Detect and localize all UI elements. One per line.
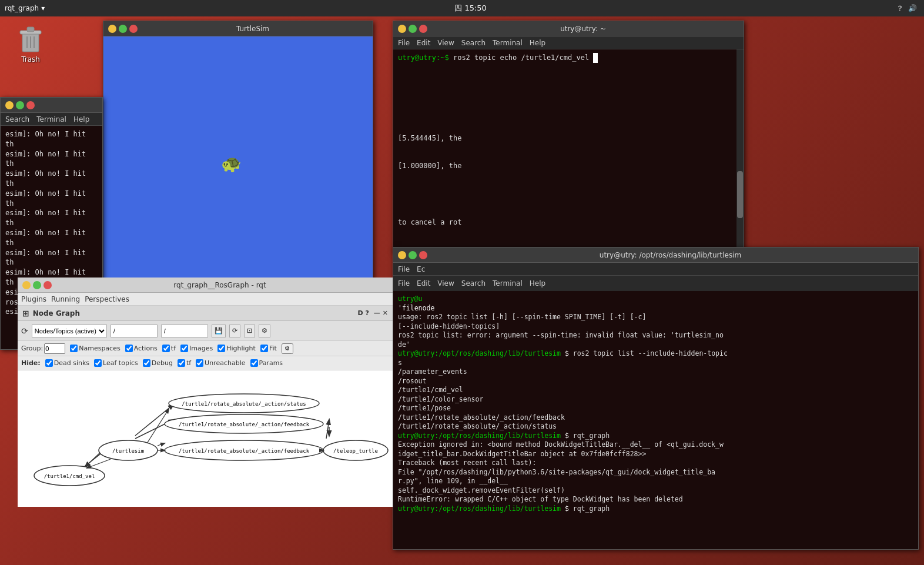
- t1-menu-file[interactable]: File: [398, 39, 410, 47]
- rqt-controls: [22, 281, 52, 289]
- terminal2-content[interactable]: utry@u 'filenode usage: ros2 topic list …: [393, 291, 918, 549]
- terminal1-minimize[interactable]: [398, 25, 406, 33]
- rqt-ns-filter[interactable]: [111, 325, 158, 337]
- rqt-close[interactable]: [43, 281, 52, 289]
- turtlesim-close[interactable]: [129, 25, 138, 33]
- t2-line4: de': [398, 340, 913, 350]
- menu-terminal[interactable]: Terminal: [36, 115, 66, 123]
- opt-images-cb[interactable]: [180, 345, 188, 352]
- hide-params-cb[interactable]: [250, 359, 258, 367]
- terminal1-menubar: File Edit View Search Terminal Help: [393, 36, 744, 49]
- trash-icon[interactable]: Trash: [12, 25, 49, 63]
- t2-topic3: /turtle1/color_sensor: [398, 395, 913, 404]
- rqt-plugin-icon: ⊞: [22, 309, 29, 318]
- t1-menu-view[interactable]: View: [437, 39, 454, 47]
- turtlesim-minimize[interactable]: [108, 25, 116, 33]
- rqt-help-btn[interactable]: D ?: [357, 309, 369, 317]
- rqt-save-btn[interactable]: 💾: [212, 325, 226, 337]
- terminal-left-close[interactable]: [26, 101, 35, 109]
- terminal-left-maximize[interactable]: [16, 101, 24, 109]
- list-item: esim]: Oh no! I hit th: [5, 248, 98, 268]
- rqt-menu-perspectives[interactable]: Perspectives: [85, 295, 129, 303]
- svg-text:/turtle1/rotate_absolute/_acti: /turtle1/rotate_absolute/_action/feedbac…: [179, 422, 310, 427]
- terminal1-titlebar[interactable]: utry@utry: ~: [393, 21, 744, 36]
- terminal-left-titlebar[interactable]: [1, 98, 102, 113]
- hide-dead-sinks-cb[interactable]: [45, 359, 53, 367]
- opt-namespaces-cb[interactable]: [70, 345, 78, 352]
- terminal1-scrollbar-thumb[interactable]: [737, 171, 743, 218]
- rqt-refresh-icon[interactable]: ⟳: [21, 326, 28, 336]
- rqt-menu-plugins[interactable]: Plugins: [21, 295, 46, 303]
- terminal2-controls: [398, 251, 427, 259]
- rqt-reload-btn[interactable]: ⟳: [229, 325, 240, 337]
- opt-actions-cb[interactable]: [125, 345, 133, 352]
- opt-group-input[interactable]: [44, 343, 65, 354]
- t2b-menu-terminal[interactable]: Terminal: [493, 279, 523, 287]
- terminal2-maximize[interactable]: [409, 251, 417, 259]
- terminal1-close[interactable]: [419, 25, 427, 33]
- opt-fit: Fit: [260, 345, 277, 352]
- t1-menu-help[interactable]: Help: [530, 39, 545, 47]
- rqt-maximize[interactable]: [33, 281, 41, 289]
- t2b-menu-view[interactable]: View: [437, 279, 454, 287]
- t1-menu-edit[interactable]: Edit: [417, 39, 430, 47]
- opt-highlight-cb[interactable]: [217, 345, 225, 352]
- opt-fit-cb[interactable]: [260, 345, 268, 352]
- t2-topic6: /turtle1/rotate_absolute/_action/status: [398, 422, 913, 432]
- svg-rect-2: [27, 27, 34, 32]
- terminal-left-minimize[interactable]: [5, 101, 14, 109]
- t2-err1: idget_title_bar.DockWidgetTitleBar objec…: [398, 450, 913, 459]
- terminal1-maximize[interactable]: [409, 25, 417, 33]
- opt-extra-btn[interactable]: ⚙: [282, 343, 293, 354]
- rqt-minimize[interactable]: [22, 281, 31, 289]
- terminal2-titlebar[interactable]: utry@utry: /opt/ros/dashing/lib/turtlesi…: [393, 248, 918, 263]
- terminal1-scrollbar[interactable]: [736, 49, 744, 252]
- terminal1-window: utry@utry: ~ File Edit View Search Termi…: [393, 21, 744, 253]
- rqt-fit-btn[interactable]: ⊡: [244, 325, 255, 337]
- terminal2-window: utry@utry: /opt/ros/dashing/lib/turtlesi…: [393, 247, 919, 550]
- t1-menu-terminal[interactable]: Terminal: [493, 39, 523, 47]
- menu-search[interactable]: Search: [5, 115, 29, 123]
- hide-tf-cb[interactable]: [178, 359, 185, 367]
- menu-help[interactable]: Help: [73, 115, 89, 123]
- opt-highlight: Highlight: [217, 345, 256, 352]
- hide-leaf-topics: Leaf topics: [94, 359, 138, 367]
- rqt-titlebar[interactable]: rqt_graph__RosGraph - rqt: [18, 278, 393, 293]
- rqt-settings-btn[interactable]: ⚙: [259, 325, 270, 337]
- terminal2-close[interactable]: [419, 251, 427, 259]
- t2b-menu-help[interactable]: Help: [530, 279, 545, 287]
- t2-line2: [--include-hidden-topics]: [398, 322, 913, 332]
- hide-debug-cb[interactable]: [143, 359, 150, 367]
- turtle-sprite: 🐢: [221, 154, 242, 173]
- t2-err2: Traceback (most recent call last):: [398, 459, 913, 468]
- t2-menu-file[interactable]: File: [398, 265, 410, 273]
- rqt-float-btn[interactable]: —: [374, 309, 380, 317]
- hide-leaf-topics-cb[interactable]: [94, 359, 102, 367]
- rqt-plugin-titlebar: ⊞ Node Graph D ? — ✕: [18, 306, 393, 321]
- t2b-menu-file[interactable]: File: [398, 279, 410, 287]
- terminal2-minimize[interactable]: [398, 251, 406, 259]
- t2b-menu-search[interactable]: Search: [461, 279, 486, 287]
- rqt-graph-area[interactable]: /turtle1/rotate_absolute/_action/status …: [18, 370, 393, 507]
- rqt-node-topic-select[interactable]: Nodes/Topics (active): [32, 325, 107, 337]
- t2b-menu-edit[interactable]: Edit: [417, 279, 430, 287]
- terminal2-title: utry@utry: /opt/ros/dashing/lib/turtlesi…: [427, 251, 913, 259]
- taskbar-center: 四 15:50: [45, 3, 896, 14]
- trash-label: Trash: [21, 55, 40, 63]
- t2-topic0: /parameter_events: [398, 367, 913, 377]
- turtlesim-maximize[interactable]: [119, 25, 127, 33]
- t1-menu-search[interactable]: Search: [461, 39, 486, 47]
- hide-unreachable-cb[interactable]: [196, 359, 203, 367]
- terminal1-content[interactable]: utry@utry:~$ ros2 topic echo /turtle1/cm…: [393, 49, 744, 252]
- rqt-close-btn[interactable]: ✕: [383, 309, 388, 317]
- taskbar-question[interactable]: ？: [896, 4, 903, 14]
- t1-prompt-line: utry@utry:~$ ros2 topic echo /turtle1/cm…: [398, 53, 739, 63]
- turtlesim-window: TurtleSim 🐢: [103, 21, 373, 285]
- opt-tf-cb[interactable]: [162, 345, 170, 352]
- rqt-menu-running[interactable]: Running: [51, 295, 80, 303]
- taskbar-app-name[interactable]: rqt_graph: [5, 4, 39, 12]
- rqt-node-filter[interactable]: [161, 325, 208, 337]
- turtlesim-titlebar[interactable]: TurtleSim: [103, 21, 373, 36]
- taskbar-speaker[interactable]: 🔊: [908, 4, 917, 12]
- hide-tf: tf: [178, 359, 191, 367]
